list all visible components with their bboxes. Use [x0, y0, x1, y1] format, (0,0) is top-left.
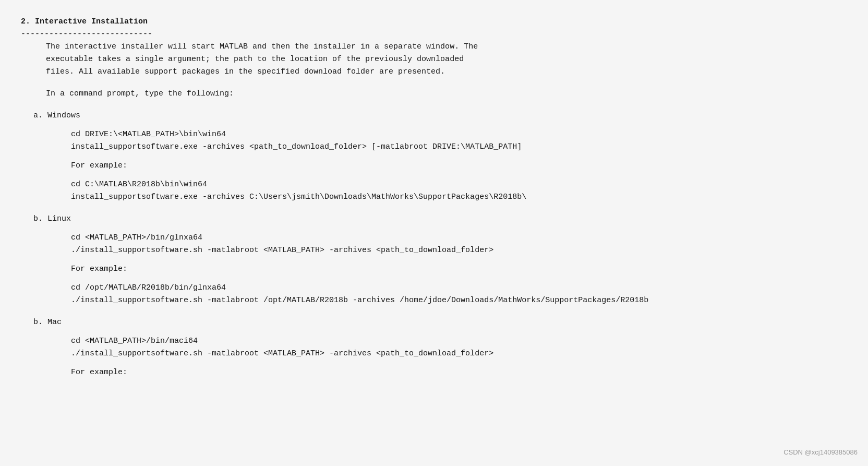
linux-ex-cmd1: cd /opt/MATLAB/R2018b/bin/glnxa64 [71, 282, 847, 294]
mac-for-example: For example: [71, 366, 847, 379]
subsection-windows-title: a. Windows [33, 110, 847, 122]
windows-label: a. Windows [33, 111, 80, 120]
mac-code-block: cd <MATLAB_PATH>/bin/maci64 ./install_su… [71, 335, 847, 360]
subsection-mac-title: b. Mac [33, 316, 847, 329]
description-line1: The interactive installer will start MAT… [46, 42, 478, 51]
description-block: The interactive installer will start MAT… [46, 41, 847, 78]
linux-cmd2: ./install_supportsoftware.sh -matlabroot… [71, 244, 847, 257]
page-container: 2. Interactive Installation ------------… [21, 16, 847, 379]
section-title-text: Interactive Installation [35, 17, 148, 26]
section-title: 2. Interactive Installation [21, 17, 148, 26]
windows-ex-cmd1: cd C:\MATLAB\R2018b\bin\win64 [71, 178, 847, 191]
section-divider: ---------------------------- [21, 30, 152, 39]
linux-example-label: For example: [71, 265, 127, 273]
windows-code-block: cd DRIVE:\<MATLAB_PATH>\bin\win64 instal… [71, 128, 847, 153]
mac-label: b. Mac [33, 318, 62, 327]
mac-example-label: For example: [71, 368, 127, 377]
windows-cmd2: install_supportsoftware.exe -archives <p… [71, 141, 847, 153]
windows-cmd1: cd DRIVE:\<MATLAB_PATH>\bin\win64 [71, 128, 847, 141]
linux-label: b. Linux [33, 214, 71, 223]
windows-example-block: cd C:\MATLAB\R2018b\bin\win64 install_su… [71, 178, 847, 204]
linux-cmd1: cd <MATLAB_PATH>/bin/glnxa64 [71, 232, 847, 244]
prompt-text: In a command prompt, type the following: [46, 89, 234, 98]
subsection-linux-title: b. Linux [33, 213, 847, 225]
linux-code-block: cd <MATLAB_PATH>/bin/glnxa64 ./install_s… [71, 232, 847, 257]
windows-for-example: For example: [71, 160, 847, 172]
description-line2: executable takes a single argument; the … [46, 55, 464, 64]
linux-for-example: For example: [71, 263, 847, 276]
mac-cmd2: ./install_supportsoftware.sh -matlabroot… [71, 348, 847, 360]
windows-ex-cmd2: install_supportsoftware.exe -archives C:… [71, 191, 847, 204]
linux-example-block: cd /opt/MATLAB/R2018b/bin/glnxa64 ./inst… [71, 282, 847, 307]
subsection-linux: b. Linux cd <MATLAB_PATH>/bin/glnxa64 ./… [33, 213, 847, 307]
mac-cmd1: cd <MATLAB_PATH>/bin/maci64 [71, 335, 847, 348]
description-line3: files. All available support packages in… [46, 67, 445, 76]
linux-ex-cmd2: ./install_supportsoftware.sh -matlabroot… [71, 294, 847, 307]
section-header: 2. Interactive Installation ------------… [21, 16, 847, 41]
section-number: 2. [21, 17, 30, 26]
subsection-windows: a. Windows cd DRIVE:\<MATLAB_PATH>\bin\w… [33, 110, 847, 204]
windows-example-label: For example: [71, 161, 127, 170]
prompt-line: In a command prompt, type the following: [46, 88, 847, 100]
subsection-mac: b. Mac cd <MATLAB_PATH>/bin/maci64 ./ins… [33, 316, 847, 379]
